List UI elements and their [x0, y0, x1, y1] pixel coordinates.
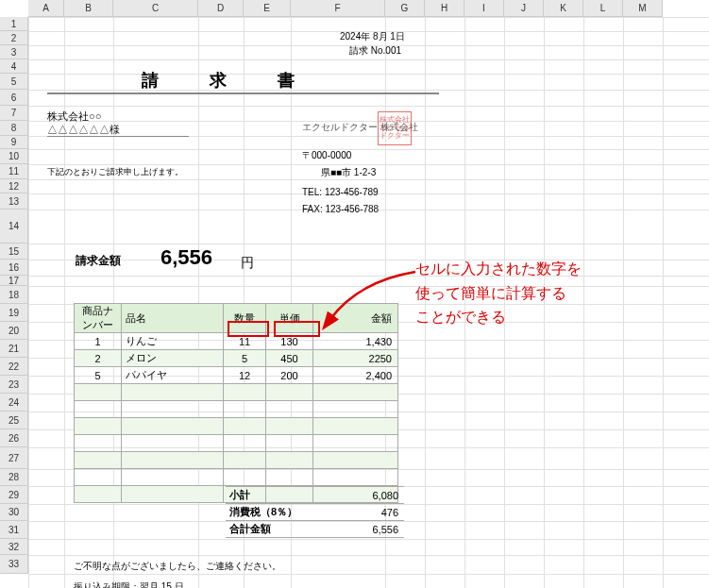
row-header[interactable]: 19	[0, 304, 28, 322]
column-header[interactable]: F	[291, 0, 385, 17]
footer-note-2: 振り込み期限：翌月 15 日	[74, 580, 184, 588]
row-header[interactable]: 3	[0, 45, 28, 59]
column-header[interactable]: J	[504, 0, 544, 17]
column-header[interactable]: M	[623, 0, 663, 17]
row-header[interactable]: 22	[0, 358, 28, 376]
invoice-title: 請 求 書	[142, 69, 312, 92]
table-row-empty[interactable]	[75, 435, 398, 452]
table-row[interactable]: 2メロン54502250	[75, 350, 398, 367]
row-header[interactable]: 13	[0, 193, 28, 210]
total-value: 6,556	[318, 521, 404, 538]
attention-underline	[47, 136, 189, 137]
row-header[interactable]: 26	[0, 429, 28, 447]
recipient-company: 株式会社○○	[47, 109, 101, 124]
row-header[interactable]: 31	[0, 521, 28, 539]
line-items-table[interactable]: 商品ナンバー 品名 数量 単価 金額 1りんご111301,4302メロン545…	[74, 303, 398, 503]
row-header[interactable]: 6	[0, 90, 28, 106]
amount-value: 6,556	[160, 245, 212, 270]
row-header[interactable]: 14	[0, 210, 28, 244]
column-header[interactable]: H	[425, 0, 464, 17]
column-header[interactable]: E	[244, 0, 291, 17]
column-header[interactable]: G	[385, 0, 425, 17]
row-header[interactable]: 10	[0, 149, 28, 164]
cell-num[interactable]: 1	[75, 333, 122, 350]
row-header[interactable]: 24	[0, 394, 28, 412]
column-header[interactable]: D	[198, 0, 244, 17]
column-header[interactable]: B	[64, 0, 113, 17]
row-header[interactable]: 20	[0, 322, 28, 340]
row-header[interactable]: 18	[0, 286, 28, 304]
cell-name[interactable]: りんご	[122, 333, 224, 350]
row-header[interactable]: 4	[0, 59, 28, 74]
cell-price[interactable]: 130	[266, 333, 313, 350]
total-label: 合計金額	[226, 521, 318, 538]
company-seal-stamp: 株式会社エクセルドクター	[378, 111, 412, 145]
worksheet-area[interactable]: 2024年 8月 1日 請求 No.001 請 求 書 株式会社○○ △△△△△…	[28, 17, 709, 588]
cell-price[interactable]: 200	[266, 367, 313, 384]
column-header[interactable]: I	[464, 0, 504, 17]
sender-postal: 〒000-0000	[302, 149, 351, 162]
invoice-number: 請求 No.001	[349, 44, 401, 58]
row-header[interactable]: 11	[0, 164, 28, 179]
column-header[interactable]: C	[113, 0, 198, 17]
header-product-number: 商品ナンバー	[75, 304, 122, 333]
sender-fax: FAX: 123-456-788	[302, 204, 379, 214]
row-header[interactable]: 29	[0, 486, 28, 504]
row-header[interactable]: 17	[0, 276, 28, 286]
row-header[interactable]: 1	[0, 17, 28, 31]
header-amount: 金額	[313, 304, 398, 333]
amount-label: 請求金額	[76, 253, 121, 269]
header-quantity: 数量	[224, 304, 266, 333]
table-row-empty[interactable]	[75, 469, 398, 486]
row-header[interactable]: 8	[0, 121, 28, 136]
row-header[interactable]: 9	[0, 136, 28, 149]
row-header[interactable]: 21	[0, 340, 28, 358]
table-row-empty[interactable]	[75, 452, 398, 469]
header-unit-price: 単価	[266, 304, 313, 333]
totals-table: 小計6,080 消費税（8％）476 合計金額6,556	[226, 486, 404, 538]
row-header[interactable]: 5	[0, 74, 28, 90]
cell-qty[interactable]: 5	[224, 350, 266, 367]
cell-amt[interactable]: 2,400	[313, 367, 398, 384]
header-product-name: 品名	[122, 304, 224, 333]
row-header[interactable]: 16	[0, 260, 28, 276]
table-row-empty[interactable]	[75, 384, 398, 401]
row-header[interactable]: 30	[0, 504, 28, 521]
amount-unit: 円	[241, 255, 254, 272]
table-header-row: 商品ナンバー 品名 数量 単価 金額	[75, 304, 398, 333]
row-header[interactable]: 27	[0, 447, 28, 469]
column-header[interactable]: K	[544, 0, 583, 17]
row-header[interactable]: 2	[0, 31, 28, 45]
cell-amt[interactable]: 1,430	[313, 333, 398, 350]
callout-annotation: セルに入力された数字を 使って簡単に計算する ことができる	[415, 257, 582, 329]
row-header[interactable]: 7	[0, 106, 28, 121]
tax-label: 消費税（8％）	[226, 504, 318, 521]
subtotal-value: 6,080	[318, 487, 404, 504]
table-row-empty[interactable]	[75, 418, 398, 435]
invoice-note: 下記のとおりご請求申し上げます。	[47, 166, 183, 178]
table-row[interactable]: 1りんご111301,430	[75, 333, 398, 350]
cell-qty[interactable]: 12	[224, 367, 266, 384]
row-header[interactable]: 28	[0, 469, 28, 486]
table-row-empty[interactable]	[75, 401, 398, 418]
subtotal-label: 小計	[226, 487, 318, 504]
cell-name[interactable]: パパイヤ	[122, 367, 224, 384]
cell-num[interactable]: 2	[75, 350, 122, 367]
invoice-date: 2024年 8月 1日	[340, 30, 405, 43]
row-header[interactable]: 32	[0, 539, 28, 555]
row-header[interactable]: 25	[0, 412, 28, 429]
row-header[interactable]: 33	[0, 555, 28, 574]
cell-amt[interactable]: 2250	[313, 350, 398, 367]
cell-price[interactable]: 450	[266, 350, 313, 367]
cell-name[interactable]: メロン	[122, 350, 224, 367]
column-header[interactable]: L	[583, 0, 623, 17]
sender-address: 県■■市 1-2-3	[321, 166, 376, 179]
row-header[interactable]: 15	[0, 244, 28, 260]
title-underline	[47, 92, 439, 94]
cell-num[interactable]: 5	[75, 367, 122, 384]
column-header[interactable]: A	[28, 0, 64, 17]
cell-qty[interactable]: 11	[224, 333, 266, 350]
row-header[interactable]: 23	[0, 376, 28, 394]
row-header[interactable]: 12	[0, 179, 28, 193]
table-row[interactable]: 5パパイヤ122002,400	[75, 367, 398, 384]
